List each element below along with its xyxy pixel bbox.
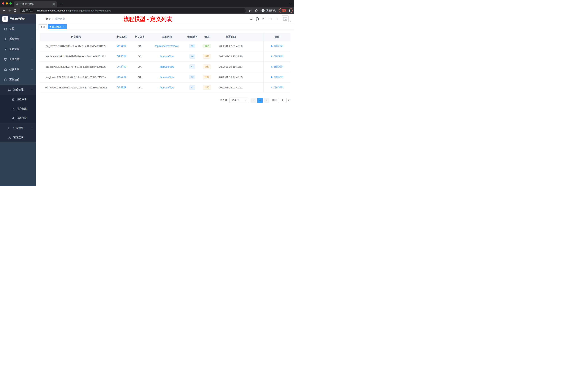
breadcrumb-home[interactable]: 首页 <box>46 17 51 21</box>
user-menu[interactable] <box>282 15 292 22</box>
definition-name-link[interactable]: OA 请假 <box>117 44 126 47</box>
browser-tab[interactable]: 芋道管理系统 <box>14 1 57 7</box>
font-size-icon[interactable] <box>273 16 279 22</box>
definition-name-link[interactable]: OA 请假 <box>117 76 126 78</box>
hamburger-icon[interactable] <box>39 17 42 21</box>
window-maximize-button[interactable] <box>10 2 12 5</box>
sidebar-item-label: 流程表单 <box>17 98 33 101</box>
cell-deploy-time: 2022-01-16 01:40:51 <box>214 82 247 93</box>
window-close-button[interactable] <box>2 2 4 5</box>
assign-rule-button[interactable]: 分配规则 <box>271 75 283 79</box>
window-minimize-button[interactable] <box>6 2 8 5</box>
dashboard-icon <box>4 27 7 30</box>
users-icon <box>11 107 14 110</box>
sidebar-item-label: 任务管理 <box>13 126 31 130</box>
monitor-icon <box>4 58 7 61</box>
column-header: 表单信息 <box>149 33 185 41</box>
back-button[interactable] <box>1 8 7 13</box>
toolbox-icon <box>4 68 7 71</box>
sidebar-item-process-model[interactable]: 流程模型 <box>0 114 36 123</box>
help-icon[interactable] <box>261 16 267 22</box>
assign-rule-button[interactable]: 分配规则 <box>271 44 283 47</box>
security-label: 不安全 <box>26 9 33 12</box>
form-icon <box>11 98 14 101</box>
reload-button[interactable] <box>12 8 18 13</box>
form-link[interactable]: /bpm/oa/flow <box>160 55 174 58</box>
pagination: 共 5 条 10条/页 1 前往 页 <box>40 98 290 103</box>
prev-page-button[interactable] <box>251 98 256 103</box>
sidebar-item-infrastructure[interactable]: 基础设施 <box>0 54 36 65</box>
chevron-down-icon <box>31 48 33 50</box>
cell-category: OA <box>131 51 149 62</box>
top-navbar: 首页 / 流程定义 流程模型 - 定义列表 <box>36 14 294 24</box>
tag-process-definition[interactable]: 流程定义 <box>48 24 67 29</box>
new-tab-button[interactable] <box>59 1 64 6</box>
sidebar-item-process-mgmt[interactable]: 流程管理 <box>0 85 36 95</box>
form-link[interactable]: /bpm/oa/flow <box>160 76 174 79</box>
tag-home[interactable]: 首页 <box>39 24 47 29</box>
assign-rule-button[interactable]: 分配规则 <box>271 55 283 58</box>
sidebar-item-system-mgmt[interactable]: 系统管理 <box>0 34 36 44</box>
form-link[interactable]: /bpm/oa/leave/create <box>155 44 179 47</box>
sidebar-item-user-group[interactable]: 用户分组 <box>0 104 36 114</box>
sidebar-item-home[interactable]: 首页 <box>0 24 36 34</box>
sidebar-item-leave-query[interactable]: 请假查询 <box>0 133 36 142</box>
cell-deploy-time: 2022-01-16 17:46:53 <box>214 72 247 82</box>
tab-search-button[interactable] <box>289 3 292 5</box>
update-button[interactable]: 更新 <box>279 8 293 13</box>
sidebar-item-payment-mgmt[interactable]: 支付管理 <box>0 44 36 54</box>
caret-down-icon[interactable] <box>289 20 292 22</box>
close-icon[interactable] <box>62 25 65 28</box>
definition-name-link[interactable]: OA 请假 <box>117 86 126 89</box>
tab-title: 芋道管理系统 <box>20 2 51 6</box>
logo-avatar <box>2 16 8 22</box>
sidebar-menu: 首页 系统管理 支付管理 基础设施 研发工具 <box>0 24 36 142</box>
cell-definition-id: oa_leave:4:991f2193-7b7f-11ec-a3c8-acde4… <box>40 51 112 62</box>
app-window: 芋道管理系统 首页 系统管理 支付管理 基础设施 <box>0 14 294 186</box>
sidebar-logo[interactable]: 芋道管理系统 <box>0 14 36 24</box>
github-icon[interactable] <box>254 16 260 22</box>
form-link[interactable]: /bpm/oa/flow <box>160 86 174 89</box>
tab-close-icon[interactable] <box>52 2 55 5</box>
next-page-button[interactable] <box>264 98 269 103</box>
window-controls <box>2 0 12 7</box>
fullscreen-icon[interactable] <box>267 16 273 22</box>
flag-icon <box>8 127 11 130</box>
sidebar-item-process-form[interactable]: 流程表单 <box>0 95 36 104</box>
main-area: 首页 / 流程定义 流程模型 - 定义列表 首页 <box>36 14 294 186</box>
page-size-select[interactable]: 10条/页 <box>230 98 248 103</box>
user-icon <box>271 66 273 68</box>
form-link[interactable]: /bpm/oa/flow <box>160 65 174 68</box>
menu-dots-icon[interactable] <box>288 9 291 12</box>
search-icon[interactable] <box>248 16 254 22</box>
cell-filler <box>247 82 263 93</box>
forward-button[interactable] <box>7 8 12 13</box>
assign-rule-button[interactable]: 分配规则 <box>271 86 283 89</box>
user-icon <box>271 45 273 47</box>
tags-view: 首页 流程定义 <box>36 24 294 30</box>
sidebar-item-workflow[interactable]: 工作流程 <box>0 75 36 85</box>
sidebar-item-task-mgmt[interactable]: 任务管理 <box>0 123 36 133</box>
key-icon[interactable] <box>247 8 253 13</box>
status-badge: 挂起 <box>203 75 211 79</box>
definition-name-link[interactable]: OA 请假 <box>117 65 126 68</box>
chevron-up-icon <box>31 79 33 81</box>
cell-category: OA <box>131 62 149 72</box>
sidebar-item-label: 研发工具 <box>9 68 31 71</box>
browser-toolbar: 不安全 dashboard.yudao.iocoder.cn/bpm/manag… <box>0 7 294 14</box>
address-bar[interactable]: 不安全 dashboard.yudao.iocoder.cn/bpm/manag… <box>20 8 246 13</box>
sidebar-item-dev-tools[interactable]: 研发工具 <box>0 65 36 75</box>
pager: 1 <box>251 98 269 103</box>
goto-page-input[interactable] <box>278 98 286 103</box>
page-url: dashboard.yudao.iocoder.cn/bpm/manager/d… <box>37 9 111 12</box>
tag-label: 首页 <box>40 25 45 28</box>
page-number-button[interactable]: 1 <box>257 98 263 103</box>
definition-name-link[interactable]: OA 请假 <box>117 55 126 58</box>
bookmark-star-icon[interactable] <box>254 8 259 13</box>
column-header: 状态 <box>200 33 214 41</box>
page-annotation-title: 流程模型 - 定义列表 <box>124 15 172 23</box>
user-avatar[interactable] <box>282 15 289 22</box>
table-row: oa_leave:5:004b710b-7b8a-11ec-8ef0-acde4… <box>40 41 290 51</box>
user-icon <box>271 86 273 89</box>
assign-rule-button[interactable]: 分配规则 <box>271 65 283 68</box>
